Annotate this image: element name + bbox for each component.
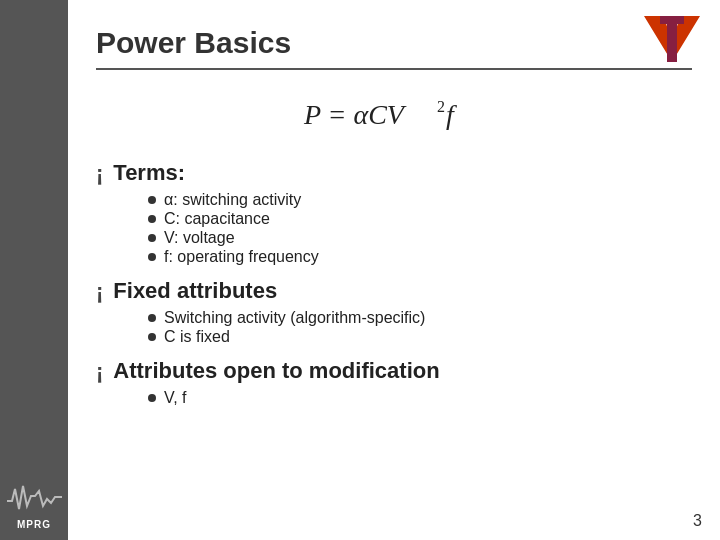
svg-text:2: 2	[437, 98, 445, 115]
term-c: C: capacitance	[164, 210, 270, 228]
fixed-bullet-symbol: ¡	[96, 279, 103, 305]
title-divider	[96, 68, 692, 70]
terms-section: ¡ Terms: α: switching activity C: capaci…	[96, 160, 692, 266]
term-alpha: α: switching activity	[164, 191, 301, 209]
list-item: Switching activity (algorithm-specific)	[148, 309, 692, 327]
fixed-item-2: C is fixed	[164, 328, 230, 346]
open-bullet-symbol: ¡	[96, 359, 103, 385]
mprg-waveform	[7, 481, 62, 511]
formula-svg: P = αCV 2 f	[294, 88, 494, 138]
terms-bullet-symbol: ¡	[96, 161, 103, 187]
slide-content: Power Basics P = αCV 2 f ¡ Terms: α: swi…	[68, 0, 720, 540]
fixed-item-1: Switching activity (algorithm-specific)	[164, 309, 425, 327]
terms-label: Terms:	[113, 160, 185, 186]
list-item: V, f	[148, 389, 692, 407]
bullet-dot	[148, 314, 156, 322]
list-item: C: capacitance	[148, 210, 692, 228]
open-label: Attributes open to modification	[113, 358, 439, 384]
bullet-dot	[148, 253, 156, 261]
terms-list: α: switching activity C: capacitance V: …	[96, 191, 692, 266]
bullet-dot	[148, 333, 156, 341]
list-item: α: switching activity	[148, 191, 692, 209]
list-item: C is fixed	[148, 328, 692, 346]
bullet-dot	[148, 234, 156, 242]
slide-title: Power Basics	[96, 26, 692, 60]
left-sidebar: MPRG	[0, 0, 68, 540]
open-item-1: V, f	[164, 389, 187, 407]
svg-text:f: f	[446, 99, 457, 130]
fixed-list: Switching activity (algorithm-specific) …	[96, 309, 692, 346]
fixed-bullet: ¡ Fixed attributes	[96, 278, 692, 305]
fixed-label: Fixed attributes	[113, 278, 277, 304]
bullet-dot	[148, 196, 156, 204]
term-f: f: operating frequency	[164, 248, 319, 266]
list-item: f: operating frequency	[148, 248, 692, 266]
page-number: 3	[693, 512, 702, 530]
term-v: V: voltage	[164, 229, 235, 247]
terms-bullet: ¡ Terms:	[96, 160, 692, 187]
list-item: V: voltage	[148, 229, 692, 247]
open-bullet: ¡ Attributes open to modification	[96, 358, 692, 385]
formula-area: P = αCV 2 f	[96, 88, 692, 142]
open-list: V, f	[96, 389, 692, 407]
open-attributes-section: ¡ Attributes open to modification V, f	[96, 358, 692, 407]
fixed-attributes-section: ¡ Fixed attributes Switching activity (a…	[96, 278, 692, 346]
mprg-label: MPRG	[7, 519, 62, 530]
svg-text:P = αCV: P = αCV	[303, 99, 407, 130]
bullet-dot	[148, 394, 156, 402]
bullet-dot	[148, 215, 156, 223]
